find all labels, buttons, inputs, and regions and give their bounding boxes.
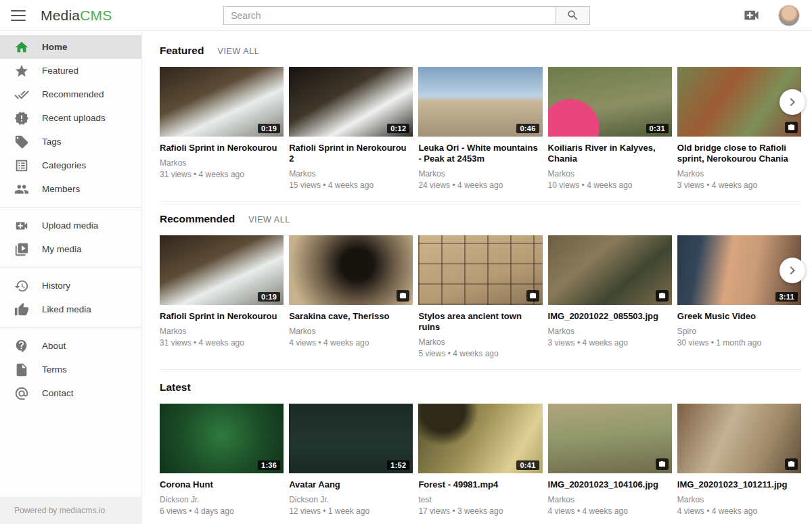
media-title[interactable]: Rafioli Sprint in Nerokourou [160,311,284,322]
sidebar-item-upload-media[interactable]: Upload media [0,214,141,237]
media-card[interactable]: Sarakina cave, TherissoMarkos4 views • 4… [289,235,413,358]
carousel-next-button[interactable] [780,258,805,283]
media-card[interactable]: 0:12Rafioli Sprint in Nerokourou 2Markos… [289,67,413,190]
sidebar-item-label: Members [42,184,80,194]
media-thumbnail[interactable]: 0:19 [160,67,284,137]
media-author[interactable]: Spiro [677,327,801,336]
media-thumbnail[interactable] [418,235,542,305]
video-library-icon [14,242,29,257]
media-thumbnail[interactable] [289,235,413,305]
sidebar-item-label: Home [42,42,68,52]
media-author[interactable]: Markos [548,169,672,178]
media-card[interactable]: 0:31Koiliaris River in Kalyves, ChaniaMa… [548,67,672,190]
media-author[interactable]: Markos [160,327,284,336]
media-meta: 6 views • 4 days ago [160,506,284,516]
sidebar-item-home[interactable]: Home [0,35,141,59]
media-author[interactable]: Markos [548,327,672,336]
media-title[interactable]: Rafioli Sprint in Nerokourou [160,143,284,153]
media-card[interactable]: 1:52Avatar AangDickson Jr.12 views • 1 w… [289,404,413,516]
media-author[interactable]: Markos [289,327,413,336]
home-icon [14,40,29,55]
media-thumbnail[interactable] [548,235,672,305]
media-thumbnail[interactable]: 0:12 [289,67,413,137]
media-author[interactable]: Markos [418,337,542,347]
media-card[interactable]: Old bridge close to Rafioli sprint, Nero… [677,67,801,190]
media-title[interactable]: Old bridge close to Rafioli sprint, Nero… [677,143,801,164]
new-releases-icon [14,111,29,126]
media-card[interactable]: IMG_20201023_101211.jpgMarkos4 views • 4… [677,404,801,516]
media-card[interactable]: 3:11Greek Music VideoSpiro30 views • 1 m… [677,235,801,358]
media-author[interactable]: Markos [160,158,284,168]
media-card[interactable]: 0:19Rafioli Sprint in NerokourouMarkos31… [160,67,284,190]
media-author[interactable]: Markos [418,169,542,178]
media-thumbnail[interactable]: 1:36 [160,404,284,473]
media-author[interactable]: Dickson Jr. [289,495,413,504]
user-avatar[interactable] [778,5,800,26]
people-icon [14,182,29,197]
search-button[interactable] [556,6,590,25]
media-card[interactable]: IMG_20201023_104106.jpgMarkos4 views • 4… [548,404,672,516]
media-title[interactable]: Koiliaris River in Kalyves, Chania [548,143,672,164]
sidebar-divider [0,207,141,208]
media-card[interactable]: 0:19Rafioli Sprint in NerokourouMarkos31… [160,235,284,358]
media-title[interactable]: IMG_20201023_101211.jpg [677,479,801,490]
sidebar-item-featured[interactable]: Featured [0,59,141,82]
search-icon [566,9,579,22]
hamburger-menu-button[interactable] [11,10,26,21]
media-author[interactable]: Markos [548,495,672,504]
photo-camera-icon [397,290,409,302]
media-title[interactable]: Sarakina cave, Therisso [289,311,413,322]
media-meta: 5 views • 4 weeks ago [418,349,542,358]
media-card[interactable]: 1:36Corona HuntDickson Jr.6 views • 4 da… [160,404,284,516]
sidebar-item-tags[interactable]: Tags [0,130,141,153]
sidebar-item-recommended[interactable]: Recommended [0,82,141,106]
media-thumbnail[interactable] [677,404,801,473]
sidebar-item-history[interactable]: History [0,274,141,297]
logo[interactable]: MediaCMS [41,7,112,24]
sidebar-item-members[interactable]: Members [0,177,141,201]
sidebar-item-contact[interactable]: Contact [0,381,141,405]
media-title[interactable]: Forest - 49981.mp4 [418,479,542,490]
media-title[interactable]: Rafioli Sprint in Nerokourou 2 [289,143,413,164]
media-author[interactable]: Dickson Jr. [160,495,284,504]
media-thumbnail[interactable]: 0:46 [418,67,542,137]
view-all-link[interactable]: VIEW ALL [248,215,290,224]
sidebar-item-categories[interactable]: Categories [0,153,141,177]
upload-media-button[interactable] [742,6,761,24]
sidebar-item-recent-uploads[interactable]: Recent uploads [0,106,141,130]
media-title[interactable]: Greek Music Video [677,311,801,322]
sidebar-item-my-media[interactable]: My media [0,237,141,261]
media-title[interactable]: Avatar Aang [289,479,413,490]
media-card[interactable]: IMG_20201022_085503.jpgMarkos3 views • 4… [548,235,672,358]
sidebar-item-about[interactable]: About [0,334,141,358]
media-thumbnail[interactable]: 0:41 [418,404,542,473]
view-all-link[interactable]: VIEW ALL [217,47,259,56]
chevron-right-icon [784,262,800,279]
media-title[interactable]: Leuka Ori - White mountains - Peak at 24… [418,143,542,164]
media-title[interactable]: IMG_20201023_104106.jpg [548,479,672,490]
search-bar [223,6,590,25]
document-icon [14,362,29,377]
media-card[interactable]: Stylos area ancient town ruinsMarkos5 vi… [418,235,542,358]
media-author[interactable]: Markos [677,495,801,504]
media-thumbnail[interactable] [548,404,672,473]
media-card[interactable]: 0:41Forest - 49981.mp4test17 views • 3 w… [418,404,542,516]
carousel-next-button[interactable] [780,89,805,115]
at-sign-icon [14,386,29,401]
search-input[interactable] [223,6,556,25]
media-author[interactable]: Markos [677,169,801,178]
photo-camera-icon [785,458,798,470]
media-title[interactable]: Stylos area ancient town ruins [418,311,542,333]
media-author[interactable]: Markos [289,169,413,178]
media-thumbnail[interactable]: 0:31 [548,67,672,137]
media-meta: 4 views • 4 weeks ago [677,506,801,516]
media-author[interactable]: test [418,495,542,504]
media-card[interactable]: 0:46Leuka Ori - White mountains - Peak a… [418,67,542,190]
media-title[interactable]: IMG_20201022_085503.jpg [548,311,672,322]
media-title[interactable]: Corona Hunt [160,479,284,490]
media-thumbnail[interactable]: 1:52 [289,404,413,473]
duration-badge: 0:41 [516,460,539,470]
sidebar-item-terms[interactable]: Terms [0,358,141,381]
media-thumbnail[interactable]: 0:19 [160,235,284,305]
sidebar-item-liked-media[interactable]: Liked media [0,297,141,321]
